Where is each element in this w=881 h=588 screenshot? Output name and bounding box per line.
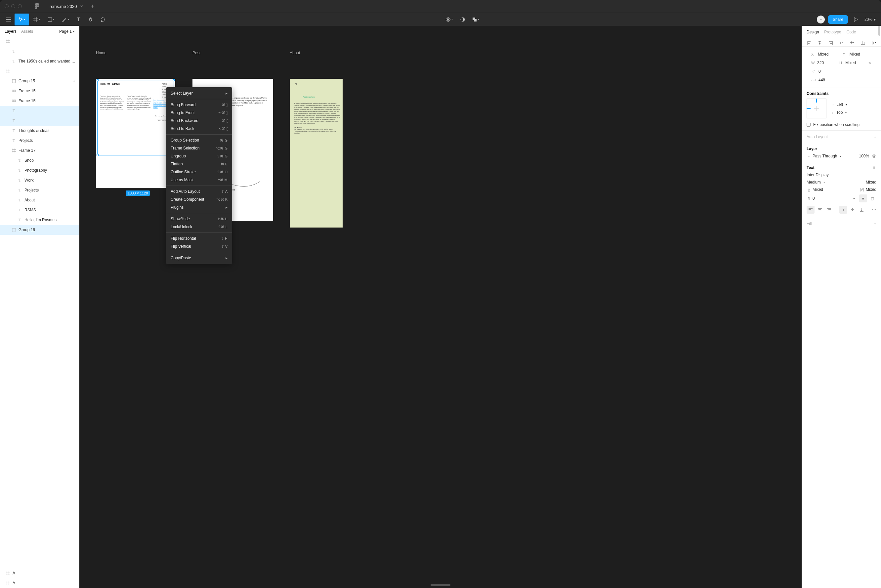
close-tab-icon[interactable]: ×	[80, 4, 83, 9]
panel-scrollbar[interactable]	[878, 26, 880, 36]
align-top-icon[interactable]	[839, 40, 844, 45]
layer-row[interactable]: T	[0, 116, 79, 126]
line-height-field[interactable]: Mixed	[812, 187, 823, 192]
layer-row[interactable]: TWork	[0, 175, 79, 185]
canvas[interactable]: Home Hello, I'm Rasmus RSMSAboutProjects…	[79, 26, 802, 588]
constraint-h-dropdown[interactable]: ↔Left▾	[830, 102, 877, 107]
layer-row[interactable]: Frame 15	[0, 86, 79, 96]
pen-tool[interactable]: ▾	[58, 14, 73, 26]
constraint-v-dropdown[interactable]: ↕Top▾	[830, 110, 877, 115]
layer-row[interactable]: Frame 17	[0, 146, 79, 155]
rotation-field[interactable]: 0°	[818, 69, 843, 74]
comment-tool[interactable]	[97, 14, 108, 26]
text-style-icon[interactable]: ⠿	[872, 165, 877, 170]
hidden-icon[interactable]: ᯤ	[73, 80, 76, 83]
visibility-icon[interactable]	[872, 154, 877, 158]
font-size-field[interactable]: Mixed	[866, 180, 877, 184]
avatar[interactable]: ··	[817, 15, 825, 24]
context-menu-item[interactable]: Select Layer▸	[166, 89, 232, 97]
auto-height-icon[interactable]: ≡	[859, 195, 867, 202]
layer-row[interactable]: TThe 1950s called and wanted …	[0, 56, 79, 66]
tab-layers[interactable]: Layers	[4, 29, 16, 34]
font-family-dropdown[interactable]: Inter Display	[807, 172, 877, 177]
frame-about[interactable]: Hej Read more here → My name is Rasmus A…	[290, 79, 343, 228]
layer-row[interactable]: TShop	[0, 155, 79, 165]
layer-row[interactable]: TProjects	[0, 185, 79, 195]
font-weight-dropdown[interactable]: Medium▾	[807, 180, 825, 184]
minimize-window-icon[interactable]	[11, 4, 15, 8]
context-menu-item[interactable]: Plugins▸	[166, 203, 232, 212]
text-tool[interactable]: T	[73, 14, 85, 26]
layer-row[interactable]: T	[0, 46, 79, 56]
width-alt-field[interactable]: 448	[818, 78, 843, 82]
layer-row[interactable]: TRSMS	[0, 205, 79, 215]
blend-mode-dropdown[interactable]: ○Pass Through▾	[807, 154, 841, 158]
context-menu-item[interactable]: Add Auto Layout⇧ A	[166, 188, 232, 195]
frame-tool[interactable]: ▾	[29, 14, 43, 26]
letter-spacing-field[interactable]: Mixed	[866, 187, 877, 192]
close-window-icon[interactable]	[4, 4, 9, 8]
align-right-icon[interactable]	[829, 40, 833, 45]
align-h-center-icon[interactable]	[818, 40, 822, 45]
align-middle-text-icon[interactable]	[849, 206, 857, 214]
component-tool[interactable]: ▾	[442, 14, 457, 26]
align-top-text-icon[interactable]	[839, 206, 847, 214]
zoom-window-icon[interactable]	[18, 4, 22, 8]
layer-row[interactable]: A	[0, 568, 79, 578]
align-right-text-icon[interactable]	[825, 206, 833, 214]
align-bottom-text-icon[interactable]	[858, 206, 866, 214]
align-bottom-icon[interactable]	[861, 40, 866, 45]
context-menu-item[interactable]: Flatten⌘ E	[166, 160, 232, 168]
mask-tool[interactable]	[457, 14, 469, 26]
opacity-field[interactable]: 100%	[859, 154, 869, 158]
shape-tool[interactable]: ▾	[43, 14, 58, 26]
figma-logo-icon[interactable]	[35, 3, 39, 9]
canvas-scrollbar[interactable]	[431, 584, 450, 586]
align-left-icon[interactable]	[807, 40, 811, 45]
layer-row[interactable]: Group 15ᯤ	[0, 76, 79, 86]
zoom-dropdown[interactable]: 20%▾	[862, 17, 878, 22]
move-tool[interactable]: ▾	[15, 14, 29, 26]
fixed-size-icon[interactable]: ▢	[868, 195, 877, 202]
layers-tree[interactable]: TTThe 1950s called and wanted …Group 15ᯤ…	[0, 36, 79, 568]
align-left-text-icon[interactable]	[807, 206, 815, 214]
hand-tool[interactable]	[85, 14, 97, 26]
new-tab-button[interactable]: +	[88, 3, 98, 10]
context-menu-item[interactable]: Bring Forward⌘ ]	[166, 101, 232, 109]
layer-row[interactable]: Group 16	[0, 225, 79, 235]
layer-row[interactable]	[0, 36, 79, 46]
layer-row[interactable]: TAbout	[0, 195, 79, 205]
context-menu-item[interactable]: Bring to Front⌥⌘ ]	[166, 109, 232, 117]
layer-row[interactable]: Frame 15	[0, 96, 79, 106]
frame-label[interactable]: About	[290, 51, 300, 55]
menu-button[interactable]	[3, 14, 15, 26]
context-menu-item[interactable]: Flip Horizontal⇧ H	[166, 234, 232, 242]
context-menu-item[interactable]: Lock/Unlock⇧⌘ L	[166, 223, 232, 231]
context-menu-item[interactable]: Flip Vertical⇧ V	[166, 242, 232, 250]
layer-row[interactable]: TThoughts & ideas	[0, 126, 79, 136]
layer-row[interactable]: TProjects	[0, 136, 79, 146]
tab-prototype[interactable]: Prototype	[824, 30, 841, 34]
fix-position-checkbox[interactable]	[807, 123, 811, 127]
frame-label[interactable]: Home	[96, 51, 106, 55]
layer-row[interactable]	[0, 66, 79, 76]
frame-home[interactable]: Hello, I'm Rasmus RSMSAboutProjectsWorkP…	[96, 79, 175, 188]
context-menu-item[interactable]: Send Backward⌘ [	[166, 117, 232, 124]
pages-dropdown[interactable]: Page 1 ▾	[59, 29, 74, 34]
file-tab[interactable]: rsms.me 2020 ×	[45, 0, 88, 13]
layer-row[interactable]: TPhotography	[0, 165, 79, 175]
x-field[interactable]: Mixed	[818, 52, 840, 57]
present-button[interactable]	[850, 14, 862, 26]
context-menu-item[interactable]: Outline Stroke⇧⌘ O	[166, 168, 232, 176]
layer-row[interactable]: T	[0, 106, 79, 116]
align-center-text-icon[interactable]	[816, 206, 824, 214]
context-menu-item[interactable]: Create Component⌥⌘ K	[166, 195, 232, 203]
auto-width-icon[interactable]: ↔	[850, 195, 858, 202]
paragraph-field[interactable]: 0	[812, 196, 815, 201]
context-menu-item[interactable]: Copy/Paste▸	[166, 254, 232, 262]
y-field[interactable]: Mixed	[850, 52, 872, 57]
add-autolayout-button[interactable]: +	[874, 134, 877, 140]
text-more-icon[interactable]: ⋯	[872, 207, 877, 212]
link-wh-icon[interactable]: ⇅	[868, 60, 872, 65]
w-field[interactable]: 320	[817, 60, 837, 65]
